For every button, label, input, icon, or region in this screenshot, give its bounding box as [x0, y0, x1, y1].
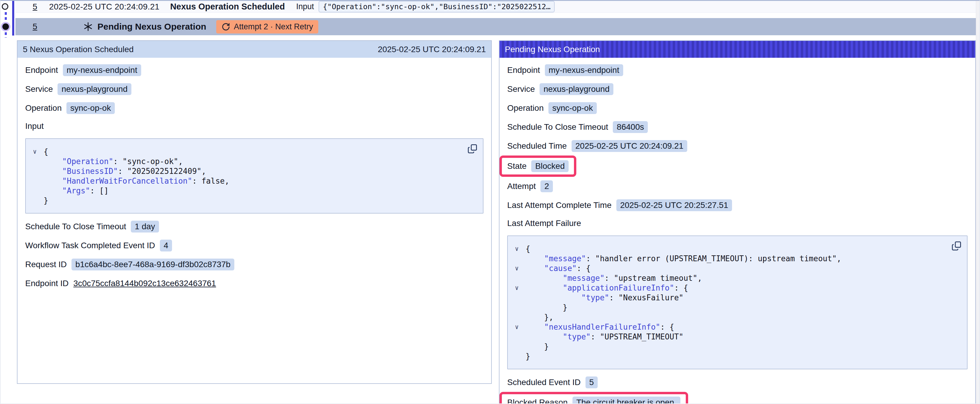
event-title: Nexus Operation Scheduled	[170, 2, 285, 11]
input-preview-chip[interactable]: {"Operation":"sync-op-ok","BusinessID":"…	[318, 1, 555, 13]
value-chip: nexus-playground	[57, 83, 131, 95]
failure-json-viewer: ∨{ "message": "handler error (UPSTREAM_T…	[507, 236, 967, 369]
field-attempt: Attempt 2	[507, 181, 553, 192]
vertical-scrollbar[interactable]	[976, 1, 979, 404]
retry-badge-label: Attempt 2 · Next Retry	[234, 22, 313, 32]
event-detail-panel-header: 5 Nexus Operation Scheduled 2025-02-25 U…	[18, 41, 491, 58]
event-timestamp: 2025-02-25 UTC 20:24:09.21	[49, 2, 159, 11]
event-detail-panel-title: 5 Nexus Operation Scheduled	[23, 45, 134, 54]
event-row-nexus-operation-scheduled[interactable]: 5 2025-02-25 UTC 20:24:09.21 Nexus Opera…	[16, 1, 978, 13]
pending-operation-panel: Pending Nexus Operation Endpoint my-nexu…	[499, 40, 976, 404]
field-state: State Blocked	[507, 160, 569, 172]
json-line: "message": "upstream timeout",	[512, 273, 946, 283]
value-chip: 1 day	[131, 221, 159, 233]
endpoint-id-link[interactable]: 3c0c75ccfa8144b092c13ce632463761	[73, 279, 216, 288]
field-workflow-task-completed-event-id: Workflow Task Completed Event ID 4	[25, 239, 172, 252]
pending-operation-title: Pending Nexus Operation	[98, 22, 207, 32]
json-line: ∨ "applicationFailureInfo": {	[512, 283, 946, 293]
field-request-id: Request ID b1c6a4bc-8ee7-468a-9169-df3b0…	[25, 258, 234, 271]
selected-event-indicator-bar	[12, 1, 14, 36]
collapse-caret-icon[interactable]: ∨	[512, 284, 526, 292]
json-line: ∨ "nexusHandlerFailureInfo": {	[512, 322, 946, 332]
json-line: "HandlerWaitForCancellation": false,	[30, 176, 462, 186]
timeline-open-node-icon	[2, 3, 8, 10]
value-chip: sync-op-ok	[67, 102, 115, 114]
copy-icon	[468, 150, 477, 155]
event-detail-panel: 5 Nexus Operation Scheduled 2025-02-25 U…	[17, 40, 492, 384]
value-chip: 5	[585, 377, 598, 388]
field-blocked-reason: Blocked Reason The circuit breaker is op…	[507, 397, 681, 404]
json-line: },	[512, 312, 946, 322]
field-scheduled-time: Scheduled Time 2025-02-25 UTC 20:24:09.2…	[507, 140, 687, 152]
field-schedule-to-close-timeout: Schedule To Close Timeout 1 day	[25, 221, 159, 233]
blocked-reason-value: The circuit breaker is open.	[573, 397, 681, 404]
state-badge: Blocked	[531, 160, 569, 172]
collapse-caret-icon[interactable]: ∨	[512, 265, 526, 272]
json-line: }	[512, 342, 946, 351]
value-chip: nexus-playground	[539, 83, 613, 95]
value-chip: 2025-02-25 UTC 20:25:27.51	[616, 199, 732, 211]
retry-badge: Attempt 2 · Next Retry	[216, 20, 318, 33]
value-chip: my-nexus-endpoint	[545, 64, 623, 76]
pending-nexus-operation-row[interactable]: 5 Pending Nexus Operation Attempt 2 · Ne…	[16, 18, 978, 35]
field-scheduled-event-id: Scheduled Event ID 5	[507, 377, 598, 388]
field-last-attempt-complete-time: Last Attempt Complete Time 2025-02-25 UT…	[507, 199, 732, 211]
workflow-event-history-view: 5 2025-02-25 UTC 20:24:09.21 Nexus Opera…	[0, 0, 980, 404]
json-line: "type": "NexusFailure"	[512, 293, 946, 303]
json-line: }	[512, 351, 946, 361]
pending-event-id-link[interactable]: 5	[33, 22, 37, 32]
json-line: ∨{	[30, 147, 462, 156]
json-line: }	[512, 303, 946, 312]
collapse-caret-icon[interactable]: ∨	[512, 245, 526, 252]
value-chip: 2025-02-25 UTC 20:24:09.21	[571, 140, 687, 152]
json-line: "type": "UPSTREAM_TIMEOUT"	[512, 332, 946, 342]
field-endpoint: Endpoint my-nexus-endpoint	[507, 64, 623, 76]
json-line: "Args": []	[30, 186, 462, 195]
value-chip: b1c6a4bc-8ee7-468a-9169-df3b02c8737b	[72, 258, 234, 271]
json-line: ∨{	[512, 244, 946, 253]
blocked-reason-highlight-annotation: Blocked Reason The circuit breaker is op…	[500, 392, 688, 404]
pending-asterisk-icon	[83, 22, 93, 32]
state-highlight-annotation: State Blocked	[500, 155, 576, 177]
field-endpoint: Endpoint my-nexus-endpoint	[25, 64, 141, 76]
json-line: }	[30, 195, 462, 205]
value-chip: my-nexus-endpoint	[63, 64, 141, 76]
field-endpoint-id: Endpoint ID 3c0c75ccfa8144b092c13ce63246…	[25, 277, 216, 289]
copy-icon	[951, 247, 962, 252]
value-chip: 2	[541, 181, 553, 192]
json-line: "Operation": "sync-op-ok",	[30, 156, 462, 166]
event-id-link[interactable]: 5	[33, 2, 37, 11]
field-operation: Operation sync-op-ok	[507, 102, 597, 114]
pending-operation-panel-title: Pending Nexus Operation	[505, 45, 600, 54]
collapse-caret-icon[interactable]: ∨	[512, 323, 526, 331]
event-detail-panel-timestamp: 2025-02-25 UTC 20:24:09.21	[378, 45, 486, 54]
copy-button[interactable]	[951, 240, 962, 252]
input-label: Input	[296, 2, 314, 11]
field-schedule-to-close-timeout: Schedule To Close Timeout 86400s	[507, 121, 648, 133]
value-chip: sync-op-ok	[549, 102, 597, 114]
json-line: "message": "handler error (UPSTREAM_TIME…	[512, 253, 946, 263]
input-json-viewer: ∨{ "Operation": "sync-op-ok", "BusinessI…	[25, 138, 484, 214]
timeline-current-node-icon	[2, 24, 9, 30]
pending-operation-panel-header: Pending Nexus Operation	[500, 41, 975, 58]
field-service: Service nexus-playground	[25, 83, 131, 95]
retry-icon	[221, 22, 230, 31]
collapse-caret-icon[interactable]: ∨	[30, 148, 44, 155]
value-chip: 86400s	[613, 121, 648, 133]
copy-button[interactable]	[467, 143, 478, 155]
json-line: "BusinessID": "20250225122409",	[30, 166, 462, 176]
value-chip: 4	[160, 239, 172, 252]
field-operation: Operation sync-op-ok	[25, 102, 115, 114]
field-service: Service nexus-playground	[507, 83, 613, 95]
json-line: ∨ "cause": {	[512, 263, 946, 273]
last-attempt-failure-label: Last Attempt Failure	[507, 218, 581, 228]
input-section-label: Input	[25, 121, 44, 131]
